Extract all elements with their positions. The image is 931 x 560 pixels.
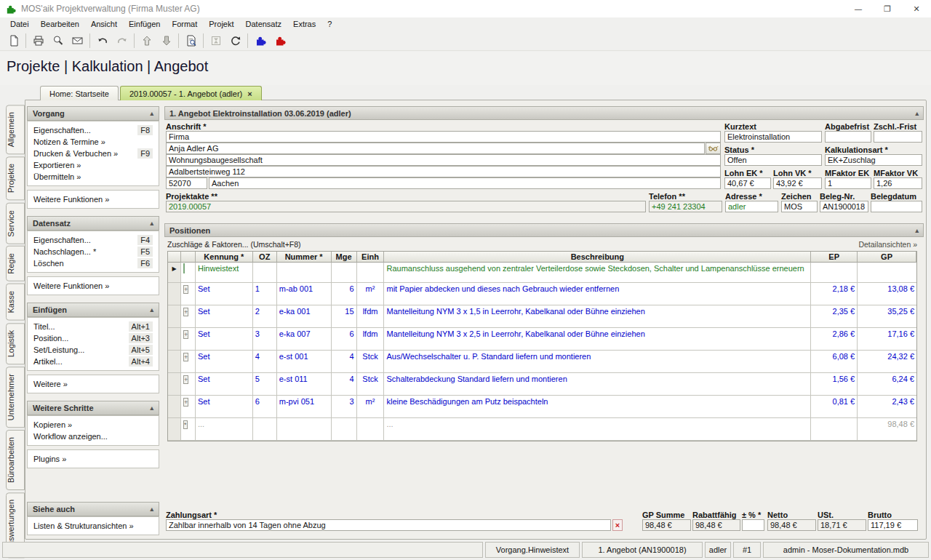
cmd-drucken-verbuchen[interactable]: Drucken & Verbuchen »F9 [28, 148, 159, 159]
side-tab-bueroarbeiten[interactable]: Büroarbeiten [6, 430, 25, 490]
kalkulationsart-field[interactable]: EK+Zuschlag [825, 154, 922, 166]
col-nummer[interactable]: Nummer * [277, 252, 332, 263]
new-row-icon[interactable] [183, 420, 188, 429]
mfaktor-vk-field[interactable]: 1,26 [874, 177, 922, 189]
cmd-weitere-funktionen-datensatz[interactable]: Weitere Funktionen » [28, 280, 159, 292]
cmd-workflow-anzeigen[interactable]: Workflow anzeigen... [28, 431, 159, 442]
collapse-icon[interactable] [150, 306, 153, 313]
table-row-hinweistext[interactable]: Hinweistext Raumanschluss ausgehend von … [168, 263, 916, 283]
refresh-button[interactable] [225, 32, 245, 49]
zahlungsart-field[interactable]: Zahlbar innerhalb von 14 Tagen ohne Abzu… [166, 519, 611, 531]
menu-format[interactable]: Format [166, 18, 203, 30]
expand-icon[interactable] [183, 375, 188, 384]
plugin-blue-button[interactable] [250, 32, 270, 49]
tab-close-icon[interactable]: × [247, 89, 252, 98]
side-tab-projekte[interactable]: Projekte [6, 156, 25, 200]
lohn-vk-field[interactable]: 43,92 € [773, 177, 822, 189]
move-up-button[interactable] [137, 32, 156, 49]
print-button[interactable] [28, 32, 48, 49]
anschrift-line2-field[interactable]: Anja Adler AG [166, 143, 705, 154]
menu-datei[interactable]: Datei [4, 18, 35, 30]
hourglass-button[interactable] [206, 32, 225, 49]
expand-icon[interactable] [183, 285, 188, 294]
table-row-position[interactable]: Set 6 m-pvi 051 3 m² kleine Beschädigung… [168, 396, 916, 418]
cmd-notizen-termine[interactable]: Notizen & Termine » [28, 136, 159, 148]
status-field[interactable]: Offen [724, 154, 822, 166]
expand-icon[interactable] [183, 353, 188, 361]
expand-icon[interactable] [183, 308, 188, 316]
table-row-position[interactable]: Set 2 e-ka 001 15 lfdm Mantelleitung NYM… [168, 305, 916, 328]
telefon-field[interactable]: +49 241 23304 [649, 201, 722, 212]
tab-angebot[interactable]: 2019.00057 - 1. Angebot (adler)× [120, 86, 262, 100]
redo-button[interactable] [112, 32, 132, 49]
side-tab-allgemein[interactable]: Allgemein [6, 105, 25, 154]
zeichen-field[interactable]: MOS [781, 201, 818, 212]
collapse-icon[interactable] [915, 227, 919, 234]
table-row-new[interactable]: ... ... 98,48 € [168, 418, 916, 441]
col-beschreibung[interactable]: Beschreibung [384, 252, 811, 263]
move-down-button[interactable] [156, 32, 176, 49]
projektakte-field[interactable]: 2019.00057 [166, 201, 646, 212]
cmd-kopieren[interactable]: Kopieren » [28, 419, 159, 431]
cmd-plugins[interactable]: Plugins » [28, 453, 159, 465]
side-tab-regie[interactable]: Regie [6, 246, 25, 281]
kurztext-field[interactable]: Elektroinstallation [724, 131, 822, 143]
side-tab-kasse[interactable]: Kasse [6, 284, 25, 321]
cmd-nachschlagen[interactable]: Nachschlagen... *F5 [28, 246, 159, 257]
close-button[interactable] [902, 0, 931, 17]
col-gp[interactable]: GP [858, 252, 916, 263]
expand-icon[interactable] [183, 330, 188, 339]
cmd-eigenschaften-datensatz[interactable]: Eigenschaften...F4 [28, 234, 159, 246]
table-row-position[interactable]: Set 1 m-ab 001 6 m² mit Papier abdecken … [168, 283, 916, 305]
menu-extras[interactable]: Extras [287, 18, 321, 30]
belegdatum-field[interactable] [871, 201, 922, 212]
cmd-position[interactable]: Position...Alt+3 [28, 332, 159, 344]
cmd-loeschen[interactable]: LöschenF6 [28, 257, 159, 269]
menu-datensatz[interactable]: Datensatz [240, 18, 288, 30]
beleg-nr-field[interactable]: AN1900018 [820, 201, 868, 212]
side-tab-service[interactable]: Service [6, 203, 25, 244]
print-preview-button[interactable] [48, 32, 68, 49]
cmd-uebermitteln[interactable]: Übermitteln » [28, 171, 159, 183]
menu-hilfe[interactable]: ? [321, 18, 337, 30]
menu-ansicht[interactable]: Ansicht [85, 18, 123, 30]
cmd-titel[interactable]: Titel...Alt+1 [28, 321, 159, 332]
abgabefrist-field[interactable] [825, 131, 871, 143]
cmd-artikel[interactable]: Artikel...Alt+4 [28, 356, 159, 367]
cmd-listen-strukturansichten[interactable]: Listen & Strukturansichten » [28, 520, 159, 532]
cmd-weitere-funktionen-vorgang[interactable]: Weitere Funktionen » [28, 193, 159, 205]
collapse-icon[interactable] [150, 404, 153, 412]
table-row-position[interactable]: Set 3 e-ka 007 6 lfdm Mantelleitung NYM … [168, 328, 916, 351]
undo-button[interactable] [92, 32, 112, 49]
anschrift-line1-field[interactable]: Firma [166, 131, 721, 143]
new-document-button[interactable] [4, 32, 23, 49]
col-einh[interactable]: Einh [357, 252, 385, 263]
clear-zahlungsart-button[interactable] [612, 519, 623, 531]
hint-checkbox[interactable] [183, 263, 185, 273]
collapse-icon[interactable] [150, 505, 153, 513]
minimize-button[interactable] [844, 0, 873, 17]
col-kennung[interactable]: Kennung * [196, 252, 253, 263]
lohn-ek-field[interactable]: 40,67 € [724, 177, 771, 189]
menu-einfuegen[interactable]: Einfügen [123, 18, 166, 30]
col-ep[interactable]: EP [811, 252, 858, 263]
zuschlaege-faktoren-link[interactable]: Zuschläge & Faktoren... (Umschalt+F8) [167, 240, 301, 249]
cmd-eigenschaften-vorgang[interactable]: Eigenschaften...F8 [28, 124, 159, 136]
side-tab-logistik[interactable]: Logistik [6, 323, 25, 364]
plugin-red-button[interactable] [270, 32, 289, 49]
collapse-icon[interactable] [915, 110, 919, 117]
tab-home[interactable]: Home: Startseite [40, 86, 119, 100]
cmd-set-leistung[interactable]: Set/Leistung...Alt+5 [28, 344, 159, 356]
cmd-exportieren[interactable]: Exportieren » [28, 159, 159, 171]
side-tab-unternehmer[interactable]: Unternehmer [6, 367, 25, 428]
lookup-document-button[interactable] [181, 32, 201, 49]
adresse-field[interactable]: adler [725, 201, 778, 212]
anschrift-line4-field[interactable]: Adalbertsteinweg 112 [166, 166, 721, 177]
collapse-icon[interactable] [150, 220, 153, 227]
anschrift-line3-field[interactable]: Wohnungsbaugesellschaft [166, 154, 721, 166]
plz-field[interactable]: 52070 [166, 177, 207, 189]
table-row-position[interactable]: Set 5 e-st 011 4 Stck Schalterabdeckung … [168, 373, 916, 396]
col-mge[interactable]: Mge [332, 252, 357, 263]
rabatt-prozent-field[interactable] [742, 519, 764, 531]
zschl-frist-field[interactable] [874, 131, 922, 143]
